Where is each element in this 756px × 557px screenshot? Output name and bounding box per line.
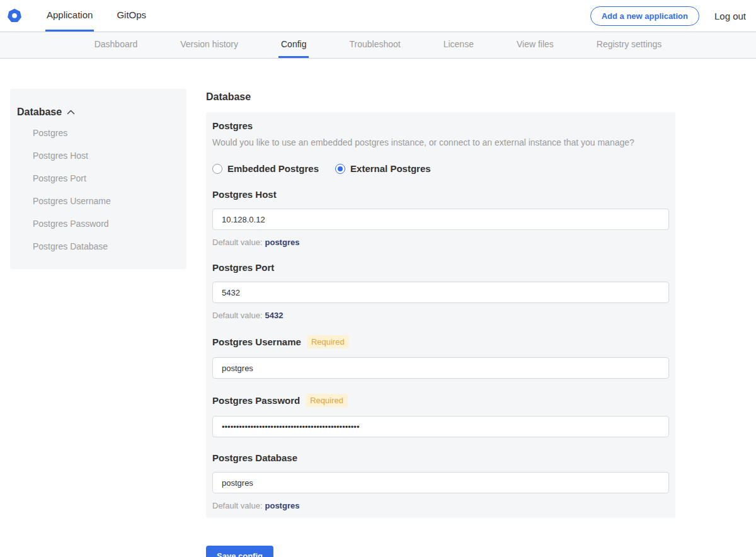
field-label: Postgres Username xyxy=(212,336,301,347)
sidebar-group-label: Database xyxy=(17,106,62,118)
subnav-tab-version-history[interactable]: Version history xyxy=(178,32,241,58)
app-logo-heptagon-icon xyxy=(8,9,21,23)
radio-unselected-icon xyxy=(212,164,222,174)
section-label-postgres: Postgres xyxy=(212,120,669,131)
page-title: Database xyxy=(206,91,675,103)
tab-gitops[interactable]: GitOps xyxy=(115,0,147,32)
top-header: Application GitOps Add a new application… xyxy=(0,0,756,32)
section-help-text: Would you like to use an embedded postgr… xyxy=(212,137,669,148)
header-right: Add a new application Log out xyxy=(590,0,756,32)
sidebar-group-database[interactable]: Database xyxy=(17,106,180,118)
field-label: Postgres Host xyxy=(212,189,277,200)
subnav-tab-dashboard[interactable]: Dashboard xyxy=(92,32,140,58)
postgres-mode-radio-group: Embedded Postgres External Postgres xyxy=(212,163,669,174)
field-postgres-password: Postgres Password Required xyxy=(212,394,669,407)
radio-label: Embedded Postgres xyxy=(227,163,319,174)
config-sidebar: Database Postgres Postgres Host Postgres… xyxy=(10,89,186,269)
radio-selected-icon xyxy=(335,164,345,174)
field-label: Postgres Port xyxy=(212,262,274,273)
sidebar-item-postgres-username[interactable]: Postgres Username xyxy=(17,190,180,212)
default-value-note: Default value:5432 xyxy=(212,311,669,320)
sidebar-item-postgres-database[interactable]: Postgres Database xyxy=(17,235,180,258)
radio-embedded-postgres[interactable]: Embedded Postgres xyxy=(212,163,319,174)
postgres-port-input[interactable] xyxy=(212,282,669,303)
default-value-note: Default value:postgres xyxy=(212,501,669,510)
required-badge: Required xyxy=(306,394,348,407)
default-value-prefix: Default value: xyxy=(212,311,263,320)
config-main: Database Postgres Would you like to use … xyxy=(206,89,675,557)
chevron-up-icon xyxy=(67,110,75,115)
add-new-application-button[interactable]: Add a new application xyxy=(590,6,699,26)
subnav-tab-view-files[interactable]: View files xyxy=(514,32,556,58)
app-logo[interactable] xyxy=(8,0,21,32)
field-postgres-username: Postgres Username Required xyxy=(212,335,669,348)
required-badge: Required xyxy=(307,335,349,348)
default-value-note: Default value:postgres xyxy=(212,238,669,247)
save-config-button[interactable]: Save config xyxy=(206,546,273,557)
app-subnav: Dashboard Version history Config Trouble… xyxy=(0,32,756,59)
tab-application[interactable]: Application xyxy=(45,0,94,32)
default-value: postgres xyxy=(265,238,300,247)
postgres-username-input[interactable] xyxy=(212,357,669,379)
logout-link[interactable]: Log out xyxy=(714,11,746,21)
subnav-tab-license[interactable]: License xyxy=(441,32,476,58)
postgres-password-input[interactable] xyxy=(212,416,669,437)
radio-external-postgres[interactable]: External Postgres xyxy=(335,163,431,174)
subnav-tab-config[interactable]: Config xyxy=(278,32,309,58)
config-content: Database Postgres Postgres Host Postgres… xyxy=(0,59,756,557)
postgres-database-input[interactable] xyxy=(212,472,669,493)
field-postgres-host: Postgres Host xyxy=(212,189,669,200)
sidebar-item-postgres-port[interactable]: Postgres Port xyxy=(17,167,180,190)
sidebar-item-list: Postgres Postgres Host Postgres Port Pos… xyxy=(17,122,180,258)
header-tabs: Application GitOps xyxy=(45,0,147,32)
subnav-tab-registry-settings[interactable]: Registry settings xyxy=(594,32,664,58)
default-value-prefix: Default value: xyxy=(212,238,263,247)
database-config-panel: Postgres Would you like to use an embedd… xyxy=(206,112,675,518)
default-value-prefix: Default value: xyxy=(212,501,263,510)
radio-label: External Postgres xyxy=(350,163,431,174)
default-value: 5432 xyxy=(265,311,284,320)
sidebar-item-postgres-host[interactable]: Postgres Host xyxy=(17,144,180,167)
field-label: Postgres Password xyxy=(212,395,300,406)
postgres-host-input[interactable] xyxy=(212,209,669,230)
field-postgres-database: Postgres Database xyxy=(212,452,669,463)
default-value: postgres xyxy=(265,501,300,510)
field-postgres-port: Postgres Port xyxy=(212,262,669,273)
sidebar-item-postgres-password[interactable]: Postgres Password xyxy=(17,212,180,235)
sidebar-item-postgres[interactable]: Postgres xyxy=(17,122,180,144)
subnav-tab-troubleshoot[interactable]: Troubleshoot xyxy=(346,32,403,58)
field-label: Postgres Database xyxy=(212,452,297,463)
